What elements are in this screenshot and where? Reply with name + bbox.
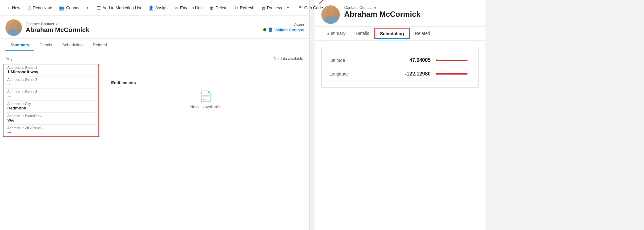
right-tab-scheduling[interactable]: Scheduling	[374, 28, 410, 39]
deactivate-icon: ⬡	[27, 5, 31, 10]
chevron-down-icon[interactable]: ∨	[55, 22, 58, 26]
toolbar: ＋ New ⬡ Deactivate 👥 Connect ▾ ☰ Add to …	[0, 0, 309, 16]
process-button[interactable]: ▦ Process	[258, 3, 285, 12]
geo-arrow-indicator	[317, 0, 329, 6]
longitude-arrow	[436, 72, 471, 76]
geocode-icon: 📍	[297, 5, 303, 10]
field-street2: Address 1: Street 2 ---	[3, 76, 98, 88]
owner-link[interactable]: 👤 William Contoso	[263, 27, 304, 32]
right-tab-related[interactable]: Related	[410, 28, 435, 40]
field-city: Address 1: City Redmond	[3, 101, 98, 112]
marketing-icon: ☰	[97, 5, 101, 10]
no-data-icon: 📄	[199, 90, 212, 102]
field-street1: Address 1: Street 1 1 Microsoft way	[3, 64, 98, 76]
assign-button[interactable]: 👤 Assign	[145, 3, 171, 12]
right-tabs: Summary Details Scheduling Related	[315, 27, 485, 41]
record-name: Abraham McCormick	[26, 26, 89, 34]
longitude-value: -122.12980	[405, 71, 471, 77]
right-panel: Contact: Contact ∨ Abraham McCormick Sum…	[315, 0, 485, 230]
scheduling-content: Latitude 47.64005 Longitude -122.12980	[315, 41, 485, 230]
latitude-row: Latitude 47.64005	[329, 54, 471, 67]
owner-status-dot	[263, 28, 266, 31]
record-info: Contact: Contact ∨ Abraham McCormick	[26, 22, 89, 34]
tab-details[interactable]: Details	[34, 39, 57, 51]
delete-icon: 🗑	[210, 5, 214, 10]
geo-code-wrapper: 📍 Geo Code	[294, 3, 326, 12]
field-street3: Address 1: Street 3 ---	[3, 89, 98, 100]
new-button[interactable]: ＋ New	[3, 3, 23, 13]
record-owner: Owner 👤 William Contoso	[263, 23, 304, 32]
latitude-value: 47.64005	[409, 57, 471, 63]
field-state: Address 1: State/Prov... WA	[3, 113, 98, 124]
entity-type: Contact: Contact ∨	[26, 22, 89, 26]
tab-scheduling[interactable]: Scheduling	[57, 39, 88, 51]
left-tabs: Summary Details Scheduling Related	[0, 39, 309, 51]
tab-related[interactable]: Related	[88, 39, 112, 51]
address-block: Address 1: Street 1 1 Microsoft way Addr…	[3, 64, 99, 137]
panel-gap	[310, 0, 315, 230]
process-dropdown[interactable]: ▾	[286, 4, 290, 12]
deactivate-button[interactable]: ⬡ Deactivate	[24, 3, 55, 12]
left-column: Any Address 1: Street 1 1 Microsoft way …	[0, 51, 102, 230]
email-link-button[interactable]: ✉ Email a Link	[171, 3, 206, 12]
right-column: No data available. Entitlements 📄 No dat…	[102, 51, 309, 230]
connect-button[interactable]: 👥 Connect	[56, 3, 84, 12]
geo-divider-2	[329, 81, 471, 81]
latitude-arrow	[436, 58, 471, 62]
right-tab-details[interactable]: Details	[351, 28, 374, 40]
plus-icon: ＋	[6, 5, 10, 11]
longitude-row: Longitude -122.12980	[329, 67, 471, 81]
left-panel: ＋ New ⬡ Deactivate 👥 Connect ▾ ☰ Add to …	[0, 0, 310, 230]
refresh-button[interactable]: ↻ Refresh	[231, 3, 258, 12]
owner-icon: 👤	[268, 27, 273, 32]
right-record-info: Contact: Contact ∨ Abraham McCormick	[344, 5, 420, 19]
right-record-name: Abraham McCormick	[344, 10, 420, 19]
field-zip: Address 1: ZIP/Postal ... ---	[3, 125, 98, 136]
delete-button[interactable]: 🗑 Delete	[206, 3, 231, 12]
connect-dropdown[interactable]: ▾	[85, 4, 90, 12]
right-entity-type: Contact: Contact ∨	[344, 5, 420, 10]
svg-line-0	[319, 0, 327, 3]
assign-icon: 👤	[148, 5, 154, 10]
record-header: Contact: Contact ∨ Abraham McCormick Own…	[0, 16, 309, 39]
right-avatar	[321, 5, 340, 24]
connect-icon: 👥	[59, 5, 64, 10]
avatar	[5, 19, 22, 36]
svg-marker-5	[436, 72, 437, 76]
geo-fields-box: Latitude 47.64005 Longitude -122.12980	[321, 47, 479, 88]
content-area: Any Address 1: Street 1 1 Microsoft way …	[0, 51, 309, 230]
right-chevron-icon[interactable]: ∨	[374, 5, 377, 10]
add-marketing-button[interactable]: ☰ Add to Marketing List	[94, 3, 144, 12]
email-icon: ✉	[175, 5, 178, 10]
section-any-label: Any	[0, 54, 102, 62]
tab-summary[interactable]: Summary	[5, 39, 34, 51]
entitlements-section: Entitlements 📄 No data available.	[107, 66, 304, 123]
right-record-header: Contact: Contact ∨ Abraham McCormick	[315, 0, 485, 27]
refresh-icon: ↻	[234, 5, 238, 10]
process-icon: ▦	[261, 5, 265, 10]
svg-marker-3	[436, 59, 437, 62]
right-tab-summary[interactable]: Summary	[321, 28, 351, 40]
